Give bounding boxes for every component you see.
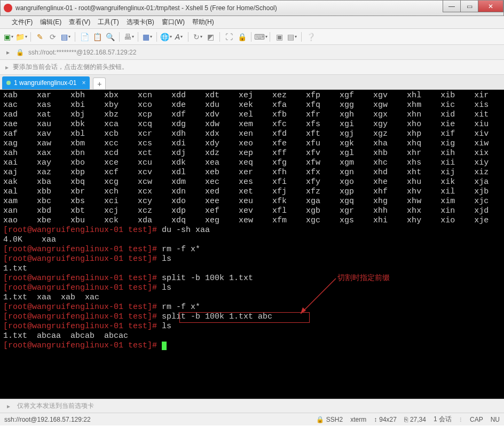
- terminal[interactable]: xab xar xbh xbx xcn xdd xdt xej xez xfp …: [0, 90, 504, 399]
- toolbar: ▣▾ 📁▾ ✎ ⟳ ▤▾ 📄 📋 🔍 🖶▾ ▦▾ 🌐▾ A▾ ↻▾ ◩ ⛶ 🔒 …: [0, 29, 504, 45]
- keyboard-button[interactable]: ⌨▾: [255, 32, 266, 42]
- print-button[interactable]: 🖶▾: [123, 32, 134, 42]
- terminal-line: xad xat xbj xbz xcp xdf xdv xel xfb xfr …: [3, 110, 501, 120]
- session-arrow-button[interactable]: ▸: [4, 49, 12, 56]
- terminal-line: [root@wangruifenglinux-01 test]# ls: [3, 283, 501, 293]
- terminal-line: xak xba xbq xcg xcw xdm xec xes xfi xfy …: [3, 177, 501, 187]
- terminal-line: [root@wangruifenglinux-01 test]# du -sh …: [3, 226, 501, 235]
- menu-file[interactable]: 文件(F): [9, 17, 36, 28]
- terminal-line: [root@wangruifenglinux-01 test]# ls: [3, 322, 501, 331]
- new-session-button[interactable]: ▣▾: [3, 32, 14, 42]
- status-connection: ssh://root@192.168.57.129:22: [4, 416, 91, 423]
- info-text: 要添加当前会话，点击左侧的箭头按钮。: [13, 63, 128, 72]
- menu-bar: 文件(F) 编辑(E) 查看(V) 工具(T) 选项卡(B) 窗口(W) 帮助(…: [0, 16, 504, 29]
- terminal-line: xan xbd xbt xcj xcz xdp xef xev xfl xgb …: [3, 206, 501, 216]
- terminal-line: xal xbb xbr xch xcx xdn xed xet xfj xfz …: [3, 187, 501, 197]
- status-num: NU: [491, 416, 500, 423]
- fullscreen-button[interactable]: ⛶: [224, 32, 234, 42]
- terminal-line: 1.txt: [3, 264, 501, 274]
- highlight-box: [179, 312, 310, 323]
- status-term: xterm: [350, 416, 366, 423]
- status-dot-icon: [6, 81, 11, 85]
- close-button[interactable]: ✕: [478, 1, 503, 12]
- terminal-line: xam xbc xbs xci xcy xdo xee xeu xfk xga …: [3, 197, 501, 206]
- terminal-line: xaf xav xbl xcb xcr xdh xdx xen xfd xft …: [3, 129, 501, 139]
- address-text[interactable]: ssh://root:********@192.168.57.129:22: [28, 49, 136, 56]
- terminal-line: xai xay xbo xce xcu xdk xea xeq xfg xfw …: [3, 158, 501, 168]
- cascade-button[interactable]: ▣: [274, 32, 285, 42]
- terminal-line: xab xar xbh xbx xcn xdd xdt xej xez xfp …: [3, 91, 501, 100]
- font-button[interactable]: A▾: [174, 32, 184, 42]
- globe-button[interactable]: 🌐▾: [161, 32, 171, 42]
- terminal-line: 1.txt abcaa abcab abcac: [3, 331, 501, 341]
- new-tab-button[interactable]: +: [93, 78, 106, 89]
- tab-label: 1 wangruifenglinux-01: [14, 79, 76, 87]
- reconnect-button[interactable]: ⟳: [48, 32, 58, 42]
- paste-button[interactable]: 📋: [92, 32, 103, 42]
- session-tab[interactable]: 1 wangruifenglinux-01 ×: [2, 76, 90, 89]
- tab-strip: 1 wangruifenglinux-01 × +: [0, 75, 504, 90]
- open-button[interactable]: 📁▾: [16, 32, 27, 42]
- status-sessions: 1 会话: [434, 415, 452, 424]
- status-size: ↕ 94x27: [374, 416, 397, 423]
- menu-help[interactable]: 帮助(H): [189, 17, 217, 28]
- address-bar: ▸ 🔒 ssh://root:********@192.168.57.129:2…: [0, 45, 504, 60]
- tab-close-icon[interactable]: ×: [82, 79, 85, 87]
- refresh-button[interactable]: ↻▾: [192, 32, 203, 42]
- tool-button[interactable]: ◩: [205, 32, 216, 42]
- status-cap: CAP: [470, 416, 483, 423]
- terminal-line: [root@wangruifenglinux-01 test]# rm -f x…: [3, 245, 501, 254]
- terminal-line: xao xbe xbu xck xda xdq xeg xew xfm xgc …: [3, 216, 501, 226]
- menu-tabs[interactable]: 选项卡(B): [123, 17, 158, 28]
- window-title: wangruifenglinux-01 - root@wangruifengli…: [15, 4, 443, 12]
- compose-icon[interactable]: ▸: [4, 402, 13, 410]
- annotation-text: 切割时指定前缀: [337, 273, 390, 282]
- title-bar: wangruifenglinux-01 - root@wangruifengli…: [0, 0, 504, 16]
- maximize-button[interactable]: ▭: [460, 1, 478, 12]
- tile-button[interactable]: ▤▾: [287, 32, 297, 42]
- terminal-line: xae xau xbk xca xcq xdg xdw xem xfc xfs …: [3, 120, 501, 129]
- status-pos: ⎘ 27,34: [404, 416, 426, 423]
- compose-bar: ▸ 仅将文本发送到当前选项卡: [0, 399, 504, 413]
- highlight-button[interactable]: ✎: [35, 32, 45, 42]
- help-button[interactable]: ❔: [305, 32, 316, 42]
- terminal-line: [root@wangruifenglinux-01 test]#: [3, 341, 501, 351]
- status-protocol: 🔒 SSH2: [316, 416, 343, 423]
- terminal-line: [root@wangruifenglinux-01 test]# ls: [3, 254, 501, 264]
- minimize-button[interactable]: ―: [443, 1, 461, 12]
- menu-window[interactable]: 窗口(W): [159, 17, 188, 28]
- terminal-line: xac xas xbi xby xco xde xdu xek xfa xfq …: [3, 100, 501, 110]
- info-bar: ▸ 要添加当前会话，点击左侧的箭头按钮。: [0, 60, 504, 75]
- compose-placeholder[interactable]: 仅将文本发送到当前选项卡: [17, 401, 94, 410]
- lock-icon: 🔒: [16, 49, 24, 56]
- copy-button[interactable]: 📄: [79, 32, 90, 42]
- status-bar: ssh://root@192.168.57.129:22 🔒 SSH2 xter…: [0, 413, 504, 425]
- properties-button[interactable]: ▤▾: [60, 32, 71, 42]
- cursor: [162, 342, 167, 350]
- terminal-line: xaj xaz xbp xcf xcv xdl xeb xer xfh xfx …: [3, 168, 501, 177]
- terminal-line: [root@wangruifenglinux-01 test]# rm -f x…: [3, 303, 501, 312]
- menu-view[interactable]: 查看(V): [66, 17, 93, 28]
- status-sep: ⫶: [459, 416, 462, 423]
- app-icon: [4, 4, 12, 12]
- info-arrow-icon[interactable]: ▸: [5, 64, 9, 71]
- terminal-line: 1.txt xaa xab xac: [3, 293, 501, 303]
- menu-edit[interactable]: 编辑(E): [37, 17, 65, 28]
- menu-tools[interactable]: 工具(T): [94, 17, 122, 28]
- terminal-line: 4.0K xaa: [3, 235, 501, 245]
- terminal-line: xah xax xbn xcd xct xdj xdz xep xff xfv …: [3, 149, 501, 158]
- terminal-line: xag xaw xbm xcc xcs xdi xdy xeo xfe xfu …: [3, 139, 501, 149]
- terminal-line: [root@wangruifenglinux-01 test]# split -…: [3, 274, 501, 283]
- lock-icon[interactable]: 🔒: [237, 32, 247, 42]
- find-button[interactable]: 🔍: [105, 32, 115, 42]
- window-arrange-button[interactable]: ▦▾: [142, 32, 153, 42]
